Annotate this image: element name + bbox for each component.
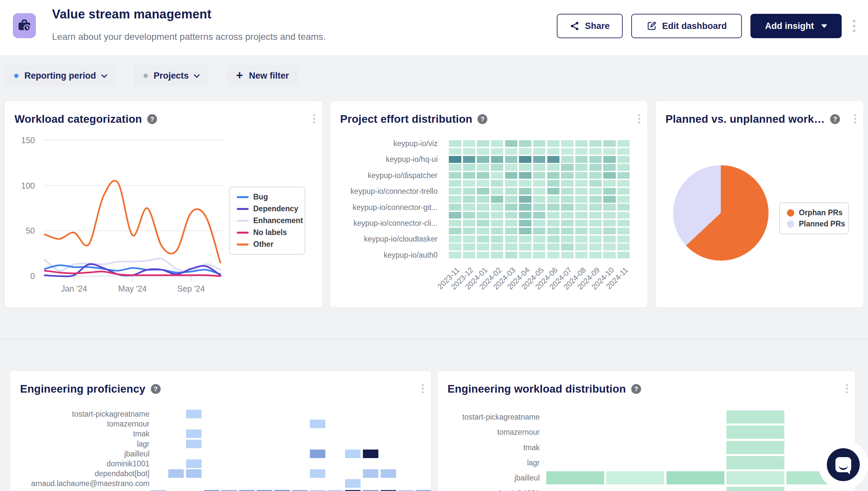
heatmap-cell <box>505 220 517 226</box>
header-menu-kebab[interactable] <box>850 17 858 35</box>
share-icon <box>570 21 580 31</box>
heatmap-cell <box>477 228 489 234</box>
heatmap-cell <box>463 148 475 155</box>
help-icon[interactable]: ? <box>147 114 157 124</box>
heatmap-cell <box>533 196 545 202</box>
heatmap-cell <box>726 426 784 439</box>
heatmap-cell <box>603 236 616 242</box>
heatmap-cell <box>463 220 475 226</box>
help-icon[interactable]: ? <box>631 384 641 394</box>
card-menu-kebab[interactable] <box>636 112 643 126</box>
legend-label: Bug <box>253 193 268 201</box>
heatmap-cell <box>561 252 573 258</box>
heatmap-cell <box>477 212 489 219</box>
card-menu-kebab[interactable] <box>419 381 426 396</box>
heatmap-cell <box>533 212 545 219</box>
edit-dashboard-button[interactable]: Edit dashboard <box>631 14 742 38</box>
heatmap-cell <box>168 469 184 478</box>
heatmap-cell <box>519 204 531 210</box>
heatmap-cell <box>575 212 588 219</box>
heatmap-cell <box>491 252 503 258</box>
heatmap-cell <box>449 220 461 226</box>
card-planned-vs-unplanned: Planned vs. unplanned work… ? Orphan PRs… <box>655 101 864 308</box>
heatmap-cell <box>533 204 545 210</box>
heatmap-cell <box>491 148 503 155</box>
legend-item-other[interactable]: Other <box>237 240 297 249</box>
heatmap-cell <box>505 172 517 179</box>
filter-projects[interactable]: Projects <box>134 65 209 87</box>
card-workload-categorization: 150100500Jan '24May '24Sep '24 Workload … <box>4 101 323 308</box>
chat-launcher[interactable] <box>827 448 860 481</box>
card-menu-kebab[interactable] <box>310 112 318 126</box>
edit-dashboard-label: Edit dashboard <box>662 21 727 31</box>
heatmap-cell <box>491 156 503 163</box>
heatmap-cell <box>449 212 461 219</box>
heatmap-cell <box>726 441 784 454</box>
heatmap-cell <box>519 164 531 171</box>
heatmap-cell <box>575 180 588 186</box>
heatmap-cell <box>505 180 517 186</box>
heatmap-cell <box>505 252 517 258</box>
heatmap-cell <box>547 196 560 202</box>
heatmap-cell <box>449 228 461 234</box>
heatmap-cell <box>533 140 545 147</box>
share-button[interactable]: Share <box>557 14 623 38</box>
heatmap-cell <box>463 243 475 250</box>
heatmap-cell <box>449 243 461 250</box>
legend-swatch <box>237 243 249 246</box>
heatmap-cell <box>617 180 630 186</box>
heatmap-cell <box>726 410 784 424</box>
card-menu-kebab[interactable] <box>851 112 859 126</box>
y-axis-label: 50 <box>26 226 35 235</box>
row-label: jbailleul <box>514 473 540 483</box>
heatmap-cell <box>477 196 489 202</box>
heatmap-cell <box>575 172 588 179</box>
heatmap-cell <box>533 188 545 195</box>
new-filter-button[interactable]: + New filter <box>226 65 299 87</box>
heatmap-cell <box>463 252 475 258</box>
filter-reporting-period[interactable]: Reporting period <box>4 65 116 87</box>
legend-label: Enhancement <box>253 216 303 225</box>
heatmap-cell <box>617 236 630 242</box>
legend-item-no-labels[interactable]: No labels <box>237 228 297 237</box>
heatmap-cell <box>463 188 475 195</box>
heatmap-cell <box>519 228 531 234</box>
help-icon[interactable]: ? <box>477 114 487 124</box>
add-insight-button[interactable]: Add insight <box>751 14 842 38</box>
heatmap-cell <box>519 243 531 250</box>
legend-item-bug[interactable]: Bug <box>237 193 297 201</box>
heatmap-cell <box>603 220 616 226</box>
row-label: keypup-io/connector-cli... <box>353 219 438 228</box>
heatmap-cell <box>726 456 784 469</box>
heatmap-cell <box>603 148 616 155</box>
heatmap-cell <box>533 164 545 171</box>
legend-item-planned-prs[interactable]: Planned PRs <box>787 220 841 228</box>
row-label: keypup-io/connector-git... <box>353 203 438 211</box>
heatmap-cell <box>477 252 489 258</box>
heatmap-cell <box>589 164 602 171</box>
heatmap-cell <box>519 156 531 163</box>
legend-label: Planned PRs <box>799 220 845 228</box>
heatmap-cell <box>505 212 517 219</box>
heatmap-cell <box>463 236 475 242</box>
heatmap-cell <box>561 212 573 219</box>
heatmap-cell <box>505 164 517 171</box>
heatmap-cell <box>505 228 517 234</box>
heatmap-cell <box>603 156 616 163</box>
help-icon[interactable]: ? <box>151 384 161 394</box>
legend-label: Dependency <box>253 204 298 213</box>
heatmap-cell <box>477 140 489 147</box>
help-icon[interactable]: ? <box>830 114 840 124</box>
heatmap-cell <box>603 172 616 179</box>
card-menu-kebab[interactable] <box>843 381 850 396</box>
line-series-enhancement <box>45 259 220 272</box>
heatmap-cell <box>547 172 560 179</box>
row-label: dependabot[bot] <box>95 469 149 478</box>
legend-item-dependency[interactable]: Dependency <box>237 204 297 213</box>
legend-item-orphan-prs[interactable]: Orphan PRs <box>787 208 841 217</box>
heatmap-cell <box>617 220 630 226</box>
legend-swatch <box>237 220 249 222</box>
legend-item-enhancement[interactable]: Enhancement <box>237 216 297 225</box>
row-label: keypup-io/connector-trello <box>351 187 438 196</box>
card-engineering-proficiency: Engineering proficiency ? tostart-pickag… <box>10 371 431 491</box>
